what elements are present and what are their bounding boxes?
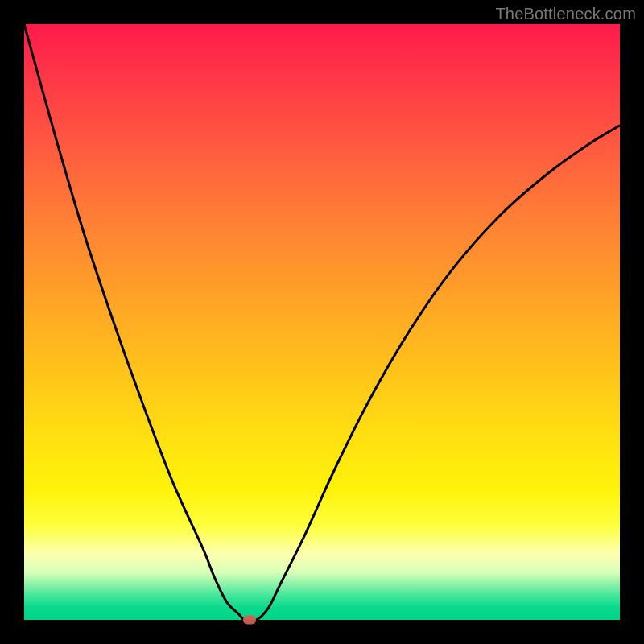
curve-svg <box>24 24 620 620</box>
bottleneck-curve <box>24 24 620 620</box>
watermark-text: TheBottleneck.com <box>495 5 636 23</box>
chart-frame: TheBottleneck.com <box>0 0 644 644</box>
plot-area <box>24 24 620 620</box>
optimal-marker <box>243 616 256 625</box>
